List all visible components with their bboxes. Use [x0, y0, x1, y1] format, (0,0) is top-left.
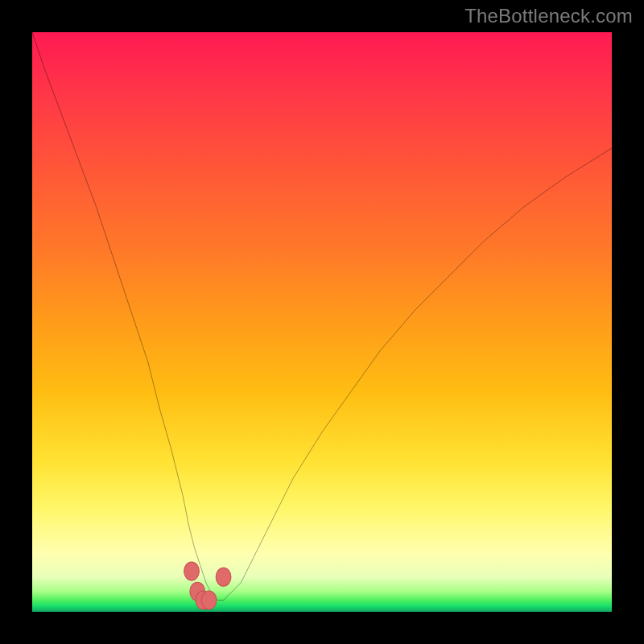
chart-frame: TheBottleneck.com	[0, 0, 644, 644]
watermark-text: TheBottleneck.com	[464, 5, 633, 27]
curve-marker	[201, 591, 217, 609]
bottleneck-curve	[32, 32, 612, 612]
curve-line	[32, 32, 612, 601]
curve-marker	[216, 568, 231, 586]
curve-marker	[184, 562, 200, 580]
